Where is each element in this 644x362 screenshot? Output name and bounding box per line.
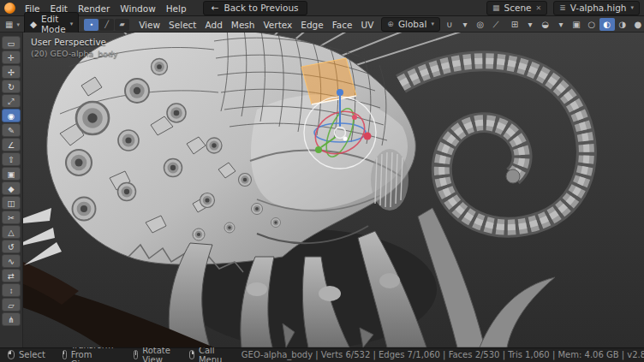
select-mode-button[interactable]: ╱ bbox=[99, 19, 114, 31]
chevron-down-icon: ▾ bbox=[431, 21, 434, 27]
tool-button[interactable]: ◫ bbox=[2, 196, 21, 210]
viewport-overlay-text: User Perspective (20) GEO-alpha_body bbox=[31, 37, 118, 58]
header-icon-button[interactable]: ⊞ bbox=[507, 18, 522, 31]
tool-button[interactable]: ◉ bbox=[2, 109, 21, 122]
transform-orientation-selector[interactable]: ⊕ Global ▾ bbox=[381, 17, 440, 32]
scene-name: Scene bbox=[504, 3, 532, 13]
menu-item[interactable]: Render bbox=[73, 2, 115, 15]
viewport-menus: ViewSelectAddMeshVertexEdgeFaceUV bbox=[134, 18, 378, 32]
menu-item[interactable]: Select bbox=[164, 18, 200, 32]
globe-icon: ⊕ bbox=[387, 20, 394, 28]
scene-icon: ▦ bbox=[492, 3, 500, 12]
viewport-3d-model[interactable] bbox=[0, 33, 644, 347]
header-icon-button[interactable]: ⟋ bbox=[488, 18, 504, 31]
mouse-icon bbox=[63, 350, 67, 359]
tool-shelf: ▭✛✢↻⤢◉✎∠⇧▣◆◫✂△↺∿⇄↕▱⋔ bbox=[0, 33, 23, 347]
tool-button[interactable]: ▭ bbox=[2, 36, 21, 50]
tool-button[interactable]: ↺ bbox=[2, 240, 21, 253]
back-to-previous-label: Back to Previous bbox=[224, 3, 298, 13]
mouse-icon bbox=[189, 350, 194, 359]
header-icon-button[interactable]: ○ bbox=[584, 18, 599, 31]
edit-mode-icon: ◆ bbox=[30, 19, 37, 29]
menu-item[interactable]: Vertex bbox=[259, 18, 297, 32]
menu-item[interactable]: UV bbox=[356, 18, 378, 32]
menu-item[interactable]: Window bbox=[115, 2, 160, 15]
snap-proportional-icons: ∪▾◎⟋ bbox=[442, 18, 504, 31]
viewport-3d[interactable]: ▭✛✢↻⤢◉✎∠⇧▣◆◫✂△↺∿⇄↕▱⋔ User Perspective (2… bbox=[0, 33, 644, 347]
tool-button[interactable]: ∿ bbox=[2, 254, 21, 268]
tool-button[interactable]: △ bbox=[2, 225, 21, 239]
header-icon-button[interactable]: ◐ bbox=[599, 18, 615, 31]
mouse-icon bbox=[134, 350, 139, 359]
tool-button[interactable]: ✛ bbox=[2, 50, 21, 64]
select-mode-button[interactable]: ∙ bbox=[84, 19, 98, 31]
tool-button[interactable]: ▣ bbox=[2, 167, 21, 181]
header-icon-button[interactable]: ∪ bbox=[442, 18, 457, 31]
header-icon-button[interactable]: ◒ bbox=[538, 18, 553, 31]
tool-button[interactable]: ⤢ bbox=[2, 94, 21, 108]
scene-clear-icon[interactable]: ✕ bbox=[536, 4, 542, 12]
editor-type-icon[interactable]: ▦ bbox=[3, 20, 15, 29]
header-icon-button[interactable]: ▾ bbox=[457, 18, 473, 31]
header-icon-button[interactable]: ● bbox=[630, 18, 644, 31]
tool-button[interactable]: ▱ bbox=[2, 298, 21, 312]
back-arrow-icon: ← bbox=[212, 3, 219, 13]
tool-button[interactable]: ✢ bbox=[2, 65, 21, 79]
view-layer-icon: ≣ bbox=[559, 3, 566, 12]
tool-button[interactable]: ∠ bbox=[2, 138, 21, 151]
mouse-icon bbox=[8, 350, 15, 359]
topbar: FileEditRenderWindowHelp ← Back to Previ… bbox=[0, 0, 644, 16]
menu-item[interactable]: Edge bbox=[296, 18, 327, 32]
tool-button[interactable]: ◆ bbox=[2, 181, 21, 195]
creature-tail[interactable] bbox=[401, 61, 587, 227]
menu-item[interactable]: Face bbox=[328, 18, 357, 32]
view-layer-selector[interactable]: ≣ V-alpha.high ▾ bbox=[553, 1, 640, 15]
tool-button[interactable]: ↕ bbox=[2, 283, 21, 297]
mesh-select-mode-buttons: ∙╱▰ bbox=[84, 19, 129, 31]
menu-item[interactable]: Mesh bbox=[227, 18, 259, 32]
header-icon-button[interactable]: ◑ bbox=[615, 18, 630, 31]
view-name-label: User Perspective bbox=[31, 37, 118, 47]
gill-slits bbox=[371, 149, 408, 211]
menu-item[interactable]: View bbox=[134, 18, 164, 32]
tool-button[interactable]: ✂ bbox=[2, 211, 21, 224]
header-icon-button[interactable]: ▾ bbox=[553, 18, 569, 31]
viewport-display-icons: ⊞▾◒▾▣○◐◑● bbox=[507, 18, 644, 31]
editor-type-chevron-icon: ▾ bbox=[16, 21, 20, 28]
blender-window: { "topbar": { "menus": ["File", "Edit", … bbox=[0, 0, 644, 362]
select-mode-button[interactable]: ▰ bbox=[115, 19, 129, 31]
tool-button[interactable]: ⇄ bbox=[2, 269, 21, 282]
active-object-label: (20) GEO-alpha_body bbox=[31, 49, 118, 58]
back-to-previous-button[interactable]: ← Back to Previous bbox=[193, 1, 307, 15]
mode-label: Edit Mode bbox=[41, 14, 66, 34]
scene-statistics: GEO-alpha_body | Verts 6/532 | Edges 7/1… bbox=[242, 350, 644, 359]
menu-item[interactable]: Add bbox=[201, 18, 227, 32]
tool-button[interactable]: ⇧ bbox=[2, 152, 21, 166]
header-icon-button[interactable]: ▾ bbox=[522, 18, 538, 31]
orientation-label: Global bbox=[398, 19, 427, 29]
header-icon-button[interactable]: ▣ bbox=[569, 18, 584, 31]
viewport-header: ▦ ▾ ◆ Edit Mode ▾ ∙╱▰ ViewSelectAddMeshV… bbox=[0, 16, 644, 33]
gizmo-x-handle[interactable] bbox=[364, 133, 372, 140]
header-icon-button[interactable]: ◎ bbox=[473, 18, 488, 31]
tool-button[interactable]: ✎ bbox=[2, 123, 21, 137]
tool-button[interactable]: ⋔ bbox=[2, 312, 21, 326]
chevron-down-icon: ▾ bbox=[630, 4, 634, 11]
chevron-down-icon: ▾ bbox=[70, 21, 74, 27]
menu-item[interactable]: Help bbox=[161, 2, 192, 15]
tool-button[interactable]: ↻ bbox=[2, 80, 21, 93]
blender-logo-icon[interactable] bbox=[4, 3, 15, 14]
view-layer-name: V-alpha.high bbox=[570, 3, 627, 13]
status-bar: Select Transform From Gizmo Rotate View … bbox=[0, 347, 644, 362]
scene-selector[interactable]: ▦ Scene ✕ bbox=[486, 1, 547, 15]
